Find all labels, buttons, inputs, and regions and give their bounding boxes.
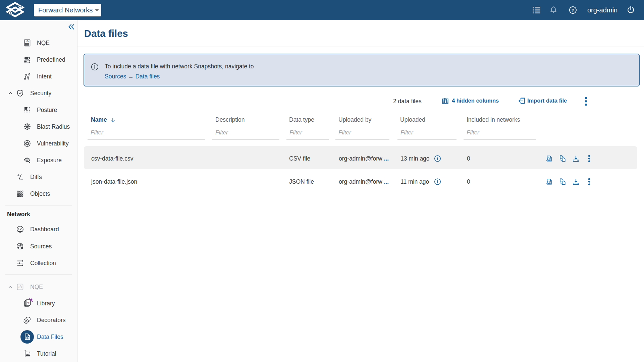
svg-text:‹/›: ‹/›	[26, 39, 29, 43]
svg-text:‹/›: ‹/›	[27, 301, 30, 304]
svg-text:?: ?	[572, 8, 574, 13]
svg-text:‹/›: ‹/›	[18, 285, 22, 289]
